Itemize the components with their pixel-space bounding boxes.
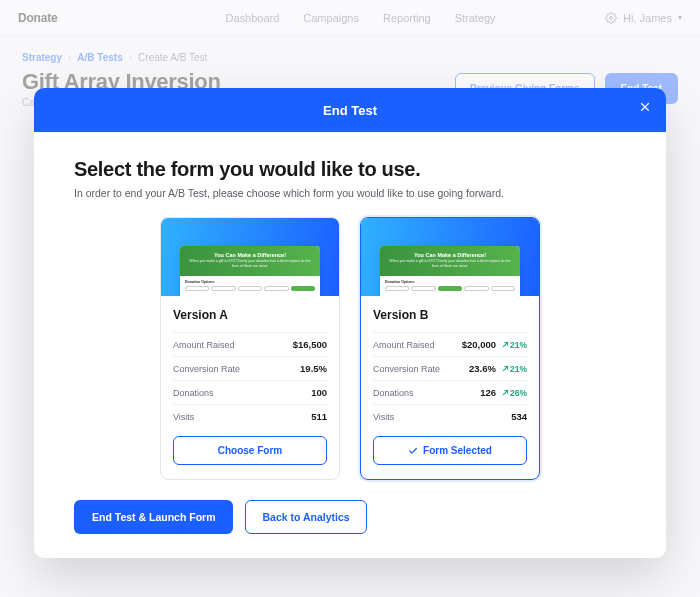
stat-delta: 26% (502, 388, 527, 398)
stat-label: Visits (373, 412, 394, 422)
preview-banner-title: You Can Make a Difference! (388, 252, 512, 258)
preview-banner-sub: When you make a gift to XYZ Charity your… (188, 259, 312, 269)
form-card-b[interactable]: You Can Make a Difference! When you make… (360, 217, 540, 480)
stat-value: $16,500 (293, 339, 327, 350)
modal-header: End Test (34, 88, 666, 132)
version-name: Version B (373, 308, 527, 322)
form-preview: You Can Make a Difference! When you make… (361, 218, 539, 296)
modal-footer: End Test & Launch Form Back to Analytics (34, 500, 666, 558)
stat-donations: Donations 100 (173, 380, 327, 404)
stat-visits: Visits 534 (373, 404, 527, 428)
arrow-up-right-icon (502, 341, 509, 348)
stat-visits: Visits 511 (173, 404, 327, 428)
stat-delta: 21% (502, 340, 527, 350)
form-selected-button[interactable]: Form Selected (373, 436, 527, 465)
choose-form-button[interactable]: Choose Form (173, 436, 327, 465)
arrow-up-right-icon (502, 389, 509, 396)
stat-label: Donations (173, 388, 214, 398)
stat-delta: 21% (502, 364, 527, 374)
stat-value: 23.6% (469, 363, 496, 374)
stat-amount-raised: Amount Raised $16,500 (173, 332, 327, 356)
stat-label: Conversion Rate (173, 364, 240, 374)
stat-value: 511 (311, 411, 327, 422)
arrow-up-right-icon (502, 365, 509, 372)
stat-label: Conversion Rate (373, 364, 440, 374)
form-preview: You Can Make a Difference! When you make… (161, 218, 339, 296)
stat-value: $20,000 (462, 339, 496, 350)
stat-conversion-rate: Conversion Rate 19.5% (173, 356, 327, 380)
modal-title: Select the form you would like to use. (74, 158, 626, 181)
modal-header-title: End Test (323, 103, 377, 118)
modal-overlay: End Test Select the form you would like … (0, 0, 700, 597)
stat-label: Amount Raised (373, 340, 435, 350)
form-card-a[interactable]: You Can Make a Difference! When you make… (160, 217, 340, 480)
preview-banner-title: You Can Make a Difference! (188, 252, 312, 258)
form-cards: You Can Make a Difference! When you make… (74, 217, 626, 480)
preview-banner-sub: When you make a gift to XYZ Charity your… (388, 259, 512, 269)
preview-section-label: Donation Options (185, 280, 315, 284)
stat-label: Donations (373, 388, 414, 398)
modal-subtitle: In order to end your A/B Test, please ch… (74, 187, 626, 199)
stat-value: 534 (511, 411, 527, 422)
preview-section-label: Donation Options (385, 280, 515, 284)
stat-label: Amount Raised (173, 340, 235, 350)
check-icon (408, 446, 418, 456)
stat-value: 19.5% (300, 363, 327, 374)
version-name: Version A (173, 308, 327, 322)
end-test-modal: End Test Select the form you would like … (34, 88, 666, 558)
stat-donations: Donations 126 26% (373, 380, 527, 404)
stat-amount-raised: Amount Raised $20,000 21% (373, 332, 527, 356)
back-to-analytics-button[interactable]: Back to Analytics (245, 500, 366, 534)
stat-value: 126 (480, 387, 496, 398)
stat-value: 100 (311, 387, 327, 398)
close-icon[interactable] (638, 100, 652, 114)
end-test-launch-button[interactable]: End Test & Launch Form (74, 500, 233, 534)
stat-conversion-rate: Conversion Rate 23.6% 21% (373, 356, 527, 380)
stat-label: Visits (173, 412, 194, 422)
